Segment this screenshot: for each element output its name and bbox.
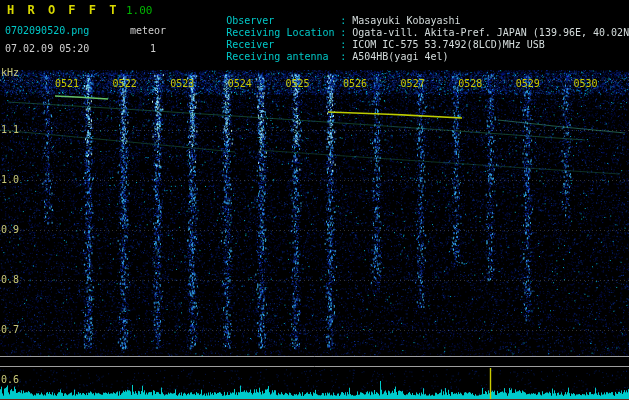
- frequency-tick: 1.1: [1, 124, 19, 135]
- time-tick: 0529: [516, 78, 540, 89]
- time-tick: 0530: [573, 78, 597, 89]
- time-tick: 0525: [285, 78, 309, 89]
- info-value: Ogata-vill. Akita-Pref. JAPAN (139.96E, …: [352, 27, 629, 38]
- info-colon: :: [340, 27, 352, 38]
- station-info: Observer: Masayuki Kobayashi Receiving L…: [178, 3, 629, 51]
- frequency-tick: 0.7: [1, 324, 19, 335]
- info-value: Masayuki Kobayashi: [352, 15, 460, 26]
- info-value: A504HB(yagi 4el): [352, 51, 448, 62]
- info-colon: :: [340, 15, 352, 26]
- time-tick: 0527: [401, 78, 425, 89]
- info-label: Receiving Location: [226, 27, 340, 39]
- frequency-tick: 0.6: [1, 374, 19, 385]
- app-title: H R O F F T: [7, 3, 119, 17]
- time-tick: 0521: [55, 78, 79, 89]
- frequency-tick: 1.0: [1, 174, 19, 185]
- app-version: 1.00: [126, 4, 153, 17]
- hrofft-screenshot: H R O F F T 1.00 0702090520.png meteor 0…: [0, 0, 629, 400]
- time-tick: 0522: [113, 78, 137, 89]
- info-row-observer: Observer: Masayuki Kobayashi: [178, 3, 629, 15]
- time-tick: 0528: [458, 78, 482, 89]
- mode-label: meteor: [130, 25, 166, 36]
- info-value: ICOM IC-575 53.7492(8LCD)MHz USB: [352, 39, 545, 50]
- time-tick: 0526: [343, 78, 367, 89]
- time-tick: 0523: [170, 78, 194, 89]
- info-label: Receiving antenna: [226, 51, 340, 63]
- time-tick: 0524: [228, 78, 252, 89]
- frequency-unit: kHz: [1, 67, 19, 78]
- filename: 0702090520.png: [5, 25, 89, 36]
- echo-count: 1: [150, 43, 156, 54]
- info-colon: :: [340, 39, 352, 50]
- info-colon: :: [340, 51, 352, 62]
- frequency-tick: 0.9: [1, 224, 19, 235]
- frequency-tick: 0.8: [1, 274, 19, 285]
- info-label: Receiver: [226, 39, 340, 51]
- info-label: Observer: [226, 15, 340, 27]
- datetime: 07.02.09 05:20: [5, 43, 89, 54]
